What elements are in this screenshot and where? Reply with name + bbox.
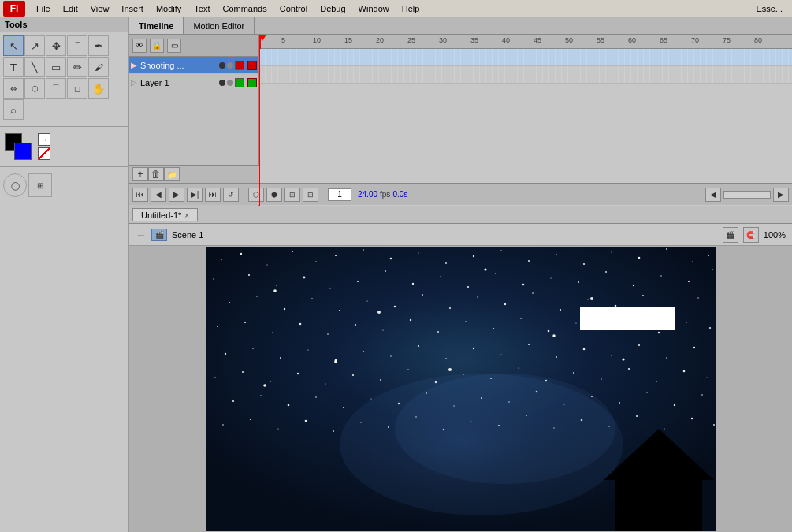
timeline-body: 👁 🔒 ▭ ▶ Shooting ... xyxy=(129,35,792,206)
layer-lock-dot[interactable] xyxy=(227,62,233,69)
breadcrumb-back-arrow: ← xyxy=(136,229,147,241)
frame-row-layer1[interactable] xyxy=(259,66,792,84)
menu-modify[interactable]: Modify xyxy=(150,2,188,15)
tab-timeline[interactable]: Timeline xyxy=(129,17,184,34)
breadcrumb-left: ← 🎬 Scene 1 xyxy=(136,229,203,241)
stage-canvas[interactable] xyxy=(206,247,716,531)
svg-point-81 xyxy=(307,349,308,350)
tool-brush[interactable]: 🖌 xyxy=(88,57,109,77)
go-start-btn[interactable]: ⏮ xyxy=(132,188,148,202)
swap-colors-btn[interactable]: ↔ xyxy=(38,133,50,146)
tool-snap-rect[interactable]: ⊞ xyxy=(28,173,52,197)
onion-outline-btn[interactable]: ⬢ xyxy=(266,188,282,202)
menu-text[interactable]: Text xyxy=(188,2,216,15)
no-color-btn[interactable] xyxy=(38,147,50,160)
onion-settings-btn[interactable]: ⊟ xyxy=(303,188,318,202)
svg-point-62 xyxy=(299,322,301,325)
scroll-right-btn[interactable]: ▶ xyxy=(773,188,789,202)
tools-divider2 xyxy=(0,166,128,167)
play-btn[interactable]: ▶ xyxy=(169,188,184,202)
svg-point-155 xyxy=(589,296,593,299)
tool-pencil[interactable]: ✏ xyxy=(67,57,87,77)
clip-scene-btn[interactable]: 🎬 xyxy=(723,227,738,243)
frame-row-shooting[interactable] xyxy=(259,49,792,66)
svg-point-153 xyxy=(377,311,381,314)
step-back-btn[interactable]: ◀ xyxy=(151,188,166,202)
stage-tab-bar: Untitled-1* × xyxy=(129,206,792,224)
tool-rect[interactable]: ▭ xyxy=(46,57,66,77)
svg-point-55 xyxy=(614,304,616,307)
tool-hand[interactable]: ✋ xyxy=(88,78,109,99)
tool-selection[interactable]: ↖ xyxy=(3,35,24,56)
frame-75: 75 xyxy=(723,36,731,44)
menu-commands[interactable]: Commands xyxy=(216,2,273,15)
layer-folder-btn[interactable]: 📁 xyxy=(164,167,180,181)
scroll-left-btn[interactable]: ◀ xyxy=(705,188,721,202)
timeline-scrollbar[interactable] xyxy=(723,191,771,199)
menu-debug[interactable]: Debug xyxy=(314,2,351,15)
svg-point-159 xyxy=(263,384,266,387)
frame-number-input[interactable] xyxy=(328,188,351,201)
menu-control[interactable]: Control xyxy=(273,2,314,15)
scene-icon: 🎬 xyxy=(151,229,167,241)
layer-lock-dot2[interactable] xyxy=(227,80,233,86)
svg-point-103 xyxy=(407,369,408,370)
tools-grid: ↖ ↗ ✥ ⌒ ✒ T ╲ ▭ ✏ 🖌 ⇔ ⬡ ⌒ ◻ ✋ ⌕ xyxy=(0,32,128,123)
stage-tab-close[interactable]: × xyxy=(184,211,189,220)
stage-tab-untitled[interactable]: Untitled-1* × xyxy=(132,208,198,221)
tab-motion-editor[interactable]: Motion Editor xyxy=(184,17,255,34)
menu-help[interactable]: Help xyxy=(396,2,426,15)
tool-paint-bucket[interactable]: ⬡ xyxy=(24,78,45,99)
layer-visible-dot2[interactable] xyxy=(219,80,225,86)
menu-insert[interactable]: Insert xyxy=(115,2,150,15)
fill-color-swatch[interactable] xyxy=(14,143,32,160)
svg-point-66 xyxy=(409,318,411,320)
snap-btn[interactable]: 🧲 xyxy=(743,227,759,243)
svg-point-40 xyxy=(712,269,713,270)
tool-subselection[interactable]: ↗ xyxy=(24,35,45,56)
menu-view[interactable]: View xyxy=(84,2,116,15)
delete-layer-btn[interactable]: 🗑 xyxy=(148,167,164,181)
layer-keyframe2 xyxy=(247,78,257,87)
layer-visible-dot[interactable] xyxy=(219,62,225,69)
tool-lasso[interactable]: ⌒ xyxy=(67,35,87,56)
add-layer-btn[interactable]: + xyxy=(132,167,148,181)
tool-eraser[interactable]: ◻ xyxy=(67,78,87,99)
go-end-btn[interactable]: ⏭ xyxy=(205,188,221,202)
tool-pen[interactable]: ✒ xyxy=(88,35,109,56)
svg-point-95 xyxy=(693,346,694,348)
svg-point-72 xyxy=(575,322,576,323)
frame-10: 10 xyxy=(313,36,321,44)
tool-text[interactable]: T xyxy=(3,57,24,77)
step-forward-btn[interactable]: ▶| xyxy=(187,188,203,202)
frame-50: 50 xyxy=(565,36,573,44)
onion-edit-btn[interactable]: ⊞ xyxy=(284,188,300,202)
tool-line[interactable]: ╲ xyxy=(24,57,45,77)
svg-point-9 xyxy=(389,257,392,259)
layer-row-layer1[interactable]: ▷ Layer 1 xyxy=(129,74,258,91)
svg-point-53 xyxy=(559,308,560,310)
svg-point-38 xyxy=(660,275,661,276)
menu-file[interactable]: File xyxy=(30,2,57,15)
loop-btn[interactable]: ↺ xyxy=(223,188,239,202)
svg-point-28 xyxy=(385,270,386,272)
tool-free-transform[interactable]: ✥ xyxy=(46,35,66,56)
svg-point-22 xyxy=(213,278,214,279)
onion-btn[interactable]: ⬡ xyxy=(248,188,264,202)
menu-window[interactable]: Window xyxy=(352,2,396,15)
tool-snap-oval[interactable]: ◯ xyxy=(3,173,27,197)
layer-row-shooting[interactable]: ▶ Shooting ... xyxy=(129,57,258,74)
svg-point-157 xyxy=(552,334,555,337)
frame-20: 20 xyxy=(376,36,384,44)
svg-point-41 xyxy=(229,302,230,303)
menu-edit[interactable]: Edit xyxy=(57,2,84,15)
svg-point-149 xyxy=(664,428,664,429)
svg-point-118 xyxy=(315,396,317,398)
tool-eyedropper[interactable]: ⌒ xyxy=(46,78,66,99)
svg-point-88 xyxy=(500,354,501,355)
svg-point-116 xyxy=(260,395,261,396)
tool-zoom[interactable]: ⌕ xyxy=(3,99,24,120)
color-section: ↔ xyxy=(0,130,128,163)
breadcrumb-scene-label: Scene 1 xyxy=(172,230,203,240)
tool-bone[interactable]: ⇔ xyxy=(3,78,24,99)
